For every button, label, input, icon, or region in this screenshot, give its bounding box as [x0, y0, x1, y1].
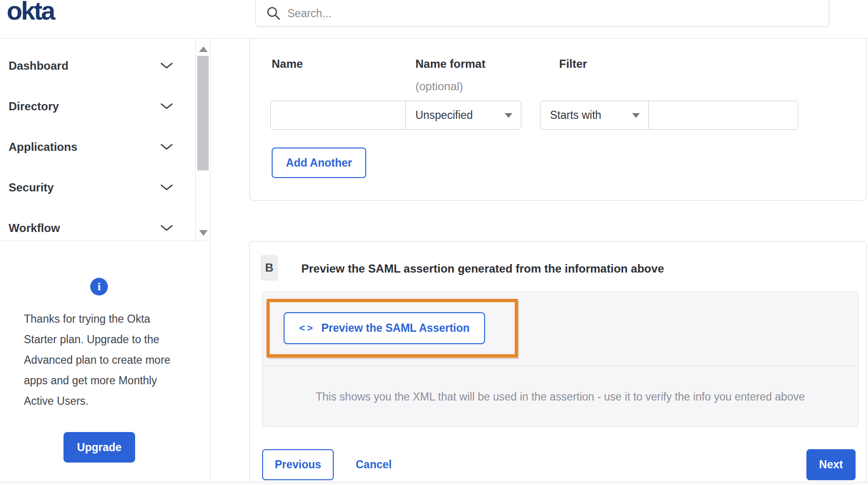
sidebar-scrollbar[interactable] [195, 39, 210, 241]
attribute-name-input[interactable] [270, 101, 406, 130]
chevron-down-icon [160, 224, 173, 232]
sidebar-divider [210, 39, 211, 485]
dropdown-caret-icon [632, 113, 640, 118]
sidebar-item-label: Dashboard [9, 59, 68, 73]
next-button[interactable]: Next [806, 449, 856, 480]
sidebar-item-security[interactable]: Security [0, 167, 195, 208]
window-bottom-edge [0, 482, 868, 485]
scrollbar-thumb[interactable] [197, 56, 209, 170]
chevron-down-icon [160, 103, 173, 110]
preview-panel-description-row: This shows you the XML that will be used… [263, 367, 858, 427]
dropdown-caret-icon [505, 113, 512, 118]
scroll-down-icon[interactable] [199, 230, 208, 236]
name-format-optional-hint: (optional) [415, 80, 463, 93]
sidebar-item-label: Applications [9, 140, 77, 154]
sidebar-item-directory[interactable]: Directory [0, 86, 195, 127]
add-another-button[interactable]: Add Another [272, 148, 366, 178]
sidebar-item-label: Workflow [9, 221, 60, 235]
filter-operator-selected-value: Starts with [550, 109, 601, 122]
attribute-statements-card: Name Name format (optional) Filter Unspe… [249, 39, 867, 200]
chevron-down-icon [160, 184, 173, 191]
search-icon [266, 6, 281, 21]
step-b-badge: B [261, 255, 278, 281]
sidebar-item-workflow[interactable]: Workflow [0, 208, 195, 241]
filter-operator-select[interactable]: Starts with [540, 101, 649, 130]
sidebar-nav: Dashboard Directory Applications Securit… [0, 39, 195, 241]
global-search[interactable] [255, 0, 829, 27]
cancel-link[interactable]: Cancel [356, 449, 392, 480]
filter-column-label: Filter [559, 57, 587, 71]
sidebar-item-dashboard[interactable]: Dashboard [0, 45, 195, 86]
upgrade-button[interactable]: Upgrade [64, 432, 135, 463]
preview-saml-card: B Preview the SAML assertion generated f… [249, 241, 867, 482]
chevron-down-icon [160, 62, 173, 70]
name-column-label: Name [272, 57, 303, 71]
annotation-highlight-box [266, 299, 518, 358]
sidebar-item-label: Security [9, 181, 54, 194]
preview-description-text: This shows you the XML that will be used… [316, 390, 804, 403]
search-input[interactable] [287, 7, 765, 20]
chevron-down-icon [160, 143, 173, 151]
trial-note-text: Thanks for trying the Okta Starter plan.… [24, 309, 180, 411]
okta-logo: okta [7, 0, 54, 25]
preview-section-heading: Preview the SAML assertion generated fro… [301, 262, 664, 275]
name-format-select[interactable]: Unspecified [405, 101, 521, 130]
name-format-selected-value: Unspecified [415, 109, 473, 122]
scroll-up-icon[interactable] [199, 46, 208, 52]
info-icon: i [90, 278, 108, 295]
name-format-column-label: Name format [415, 57, 486, 71]
sidebar-item-label: Directory [9, 100, 59, 113]
sidebar-item-applications[interactable]: Applications [0, 127, 195, 167]
previous-button[interactable]: Previous [262, 449, 334, 480]
filter-value-input[interactable] [648, 101, 798, 130]
